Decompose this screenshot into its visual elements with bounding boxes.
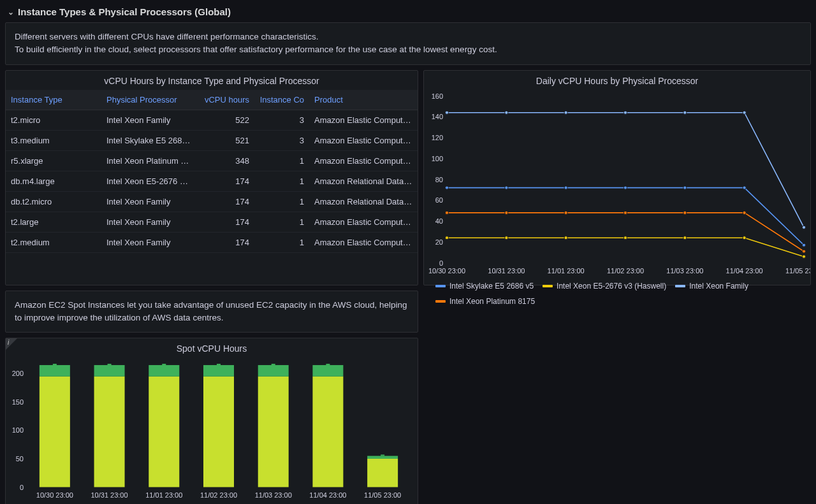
table-cell: t2.micro bbox=[6, 110, 101, 130]
svg-text:80: 80 bbox=[435, 175, 443, 183]
table-cell: Amazon Elastic Compute… bbox=[309, 110, 418, 130]
table-cell: Amazon Elastic Compute… bbox=[309, 130, 418, 150]
svg-text:11/05 23:00: 11/05 23:00 bbox=[364, 491, 401, 499]
table-cell: 1 bbox=[254, 150, 309, 171]
table-cell: Intel Xeon Platinum 8… bbox=[101, 150, 197, 171]
table-row[interactable]: t2.largeIntel Xeon Family1741Amazon Elas… bbox=[6, 212, 418, 232]
svg-text:10/30 23:00: 10/30 23:00 bbox=[36, 491, 73, 499]
svg-point-61 bbox=[743, 236, 746, 239]
table-row[interactable]: db.t2.microIntel Xeon Family1741Amazon R… bbox=[6, 191, 418, 212]
svg-rect-17 bbox=[203, 377, 234, 487]
svg-point-56 bbox=[445, 236, 448, 239]
table-cell: 174 bbox=[197, 232, 254, 252]
intro-panel: Different servers with different CPUs ha… bbox=[5, 22, 811, 65]
svg-rect-15 bbox=[162, 364, 166, 365]
section-title: Instance Types & Physical Processors (Gl… bbox=[18, 6, 231, 17]
table-row[interactable]: t2.mediumIntel Xeon Family1741Amazon Ela… bbox=[6, 232, 418, 252]
intro-line-1: Different servers with different CPUs ha… bbox=[15, 31, 801, 43]
table-cell: t2.medium bbox=[6, 232, 101, 252]
legend-item[interactable]: Intel Xeon E5-2676 v3 (Haswell) bbox=[543, 282, 666, 291]
svg-text:50: 50 bbox=[16, 455, 24, 463]
legend-label: Intel Skylake E5 2686 v5 bbox=[449, 282, 534, 291]
table-cell: Intel Xeon Family bbox=[101, 232, 197, 252]
col-vcpu-hours[interactable]: vCPU hours bbox=[197, 90, 254, 110]
table-cell: Intel Xeon Family bbox=[101, 110, 197, 130]
table-cell: 1 bbox=[254, 191, 309, 212]
vcpu-table[interactable]: Instance Type Physical Processor vCPU ho… bbox=[6, 90, 418, 253]
svg-text:11/02 23:00: 11/02 23:00 bbox=[607, 266, 644, 274]
svg-point-52 bbox=[623, 186, 627, 189]
section-header[interactable]: ⌄ Instance Types & Physical Processors (… bbox=[5, 4, 811, 22]
svg-text:200: 200 bbox=[12, 370, 24, 377]
panel-info-icon[interactable] bbox=[6, 338, 17, 350]
line-chart-legend: Intel Skylake E5 2686 v5Intel Xeon E5-26… bbox=[424, 280, 810, 311]
table-cell: db.t2.micro bbox=[6, 191, 101, 212]
table-row[interactable]: t3.mediumIntel Skylake E5 2686 …5213Amaz… bbox=[6, 130, 418, 150]
col-physical-processor[interactable]: Physical Processor bbox=[101, 90, 197, 110]
spot-bar-chart-panel: Spot vCPU Hours 05010015020010/30 23:001… bbox=[5, 338, 418, 504]
spot-bar-chart[interactable]: 05010015020010/30 23:0010/31 23:0011/01 … bbox=[6, 357, 418, 503]
svg-rect-6 bbox=[40, 365, 70, 377]
table-cell: r5.xlarge bbox=[6, 150, 101, 171]
svg-text:11/03 23:00: 11/03 23:00 bbox=[255, 491, 292, 499]
svg-text:11/01 23:00: 11/01 23:00 bbox=[548, 266, 585, 274]
svg-rect-27 bbox=[326, 364, 330, 365]
table-cell: 1 bbox=[254, 212, 309, 232]
table-cell: 3 bbox=[254, 130, 309, 150]
legend-swatch bbox=[435, 285, 446, 287]
legend-swatch bbox=[675, 285, 685, 287]
svg-point-53 bbox=[683, 186, 687, 189]
svg-rect-11 bbox=[108, 364, 112, 365]
svg-rect-13 bbox=[149, 377, 179, 487]
svg-text:140: 140 bbox=[432, 113, 443, 120]
svg-rect-5 bbox=[40, 377, 70, 487]
table-cell: Amazon Elastic Compute… bbox=[309, 232, 418, 252]
svg-rect-18 bbox=[203, 365, 234, 377]
svg-rect-22 bbox=[258, 365, 289, 377]
col-instance-type[interactable]: Instance Type bbox=[6, 90, 101, 110]
svg-rect-30 bbox=[367, 456, 398, 459]
svg-text:11/04 23:00: 11/04 23:00 bbox=[726, 266, 763, 274]
svg-text:150: 150 bbox=[12, 398, 24, 406]
table-cell: Intel Xeon Family bbox=[101, 191, 197, 212]
legend-item[interactable]: Intel Xeon Family bbox=[675, 282, 748, 291]
svg-rect-25 bbox=[312, 377, 343, 487]
table-row[interactable]: db.m4.largeIntel Xeon E5-2676 v3 …1741Am… bbox=[6, 171, 418, 191]
table-cell: 3 bbox=[254, 110, 309, 130]
table-cell: db.m4.large bbox=[6, 171, 101, 191]
svg-point-64 bbox=[505, 111, 508, 114]
table-cell: t3.medium bbox=[6, 130, 101, 150]
svg-text:60: 60 bbox=[435, 196, 443, 204]
table-row[interactable]: t2.microIntel Xeon Family5223Amazon Elas… bbox=[6, 110, 418, 130]
svg-rect-14 bbox=[149, 365, 179, 377]
legend-swatch bbox=[435, 300, 446, 303]
svg-rect-9 bbox=[94, 377, 125, 487]
spot-intro-text: Amazon EC2 Spot Instances let you take a… bbox=[15, 300, 407, 322]
svg-point-72 bbox=[564, 211, 567, 214]
table-cell: 174 bbox=[197, 171, 254, 191]
col-instance-count[interactable]: Instance Co bbox=[254, 90, 309, 110]
svg-point-76 bbox=[802, 249, 805, 252]
svg-point-54 bbox=[743, 186, 746, 189]
svg-text:20: 20 bbox=[435, 238, 443, 245]
svg-point-73 bbox=[623, 211, 627, 214]
svg-text:11/04 23:00: 11/04 23:00 bbox=[309, 491, 346, 499]
legend-item[interactable]: Intel Xeon Platinum 8175 bbox=[435, 297, 535, 306]
table-row[interactable]: r5.xlargeIntel Xeon Platinum 8…3481Amazo… bbox=[6, 150, 418, 171]
svg-text:10/31 23:00: 10/31 23:00 bbox=[488, 266, 525, 274]
legend-item[interactable]: Intel Skylake E5 2686 v5 bbox=[435, 282, 534, 291]
intro-line-2: To build efficiently in the cloud, selec… bbox=[15, 43, 801, 56]
svg-point-50 bbox=[505, 186, 508, 189]
table-cell: Amazon Elastic Compute… bbox=[309, 150, 418, 171]
line-chart[interactable]: 02040608010012014016010/30 23:0010/31 23… bbox=[424, 90, 810, 280]
svg-point-58 bbox=[564, 236, 567, 239]
table-cell: 174 bbox=[197, 212, 254, 232]
table-cell: Intel Xeon Family bbox=[101, 212, 197, 232]
svg-point-69 bbox=[802, 226, 805, 229]
col-product[interactable]: Product bbox=[309, 90, 418, 110]
legend-swatch bbox=[543, 285, 553, 287]
svg-text:100: 100 bbox=[432, 154, 443, 162]
svg-rect-10 bbox=[94, 365, 125, 377]
svg-point-49 bbox=[445, 186, 448, 189]
svg-rect-19 bbox=[217, 364, 221, 365]
